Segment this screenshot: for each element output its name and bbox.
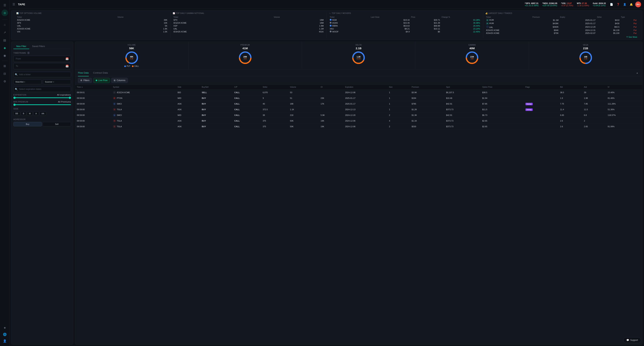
sidebar-item-globe[interactable]: 🌐 <box>2 331 8 338</box>
metric-delta-donut: 1.2B 910M <box>305 51 412 64</box>
spot-cell: $373.73 <box>444 107 480 112</box>
side-m-btn[interactable]: M <box>27 111 33 116</box>
ticker-cell: /ESH25:XCME <box>173 30 273 33</box>
tab-saved-filters[interactable]: Saved Filters <box>29 44 48 49</box>
premium-cell: $70K <box>532 32 559 35</box>
lt-th-strike: Strike <box>596 16 620 18</box>
stats-title-movers: ↑↓ TOP DAILY MOVERS <box>329 12 481 14</box>
sidebar-item-home[interactable]: ⌂ <box>2 21 8 28</box>
sidebar-item-star[interactable]: ★ <box>2 324 8 331</box>
expiration-slider-thumb-right[interactable] <box>69 97 71 99</box>
size-cell: 1 <box>387 101 410 107</box>
flow-toolbar: ⚙ Filters Live Flow ⊞ Columns <box>75 76 642 85</box>
filters-button[interactable]: ⚙ Filters <box>78 78 92 83</box>
cp-cell: CALL <box>232 124 261 129</box>
expiration-slider[interactable] <box>14 97 71 98</box>
topbar-bell-icon[interactable]: 🔔 <box>628 2 634 7</box>
th-cp: C/P <box>232 85 261 90</box>
sidebar-item-bars[interactable]: ▤ <box>2 37 8 43</box>
cp-cell: CALL <box>232 112 261 118</box>
strike-cell: 375 <box>261 124 288 129</box>
price-cell: $30.71 <box>410 18 441 21</box>
size-cell: 2 <box>387 124 410 129</box>
sidebar-item-grid[interactable]: ⊟ <box>2 70 8 77</box>
list-item: UAL1.1M <box>173 27 324 30</box>
from-date-input[interactable]: From 📅 <box>14 56 71 62</box>
watchlist-select[interactable]: Watchlist ▾ <box>14 79 42 84</box>
topbar-user-icon[interactable]: 👤 <box>622 2 627 7</box>
change-cell: 22.45% <box>441 30 481 33</box>
topbar-menu-icon[interactable]: ☰ <box>12 2 15 6</box>
trades-icon: 💰 <box>486 12 488 14</box>
th-option-price: Option Price <box>480 85 524 90</box>
ticker-cell: XAU <box>329 27 370 30</box>
min-premium-slider[interactable] <box>14 104 71 105</box>
tab-flow-data[interactable]: Flow Data <box>78 70 89 76</box>
list-item: XAU $8.21 $10.11 23.14% <box>329 27 481 30</box>
sidebar-item-person[interactable]: 👤 <box>2 338 8 344</box>
ticker-search-input[interactable] <box>14 72 71 77</box>
th-time[interactable]: Time ▼ <box>75 85 111 90</box>
tab-contract-data[interactable]: Contract Data <box>93 70 108 76</box>
live-flow-button[interactable]: Live Flow <box>93 78 110 83</box>
spx-label: ^SPX: 6097.31 <box>525 2 538 4</box>
time-sort-icon: ▼ <box>82 86 83 88</box>
premium-slider-thumb[interactable] <box>14 104 16 106</box>
see-more-link[interactable]: ▾ See More <box>486 35 638 38</box>
scanner-select[interactable]: Scanner ▾ <box>43 79 71 84</box>
support-button[interactable]: 💬 Support <box>623 337 641 343</box>
largest-trades-table: Ticker Premium Expiry Strike Type HHUM $… <box>486 16 638 35</box>
ticker-cell: XSP <box>173 24 273 27</box>
to-date-input[interactable]: To 📅 <box>14 63 71 69</box>
expiration-cell: 2024-12-13 <box>343 107 387 112</box>
timeframe-info-icon[interactable]: i <box>27 52 30 54</box>
ticker-cell: UAL <box>16 24 116 27</box>
flow-table-body: 09:59:01 //ESZ24:XCME BID SELL CALL 6,07… <box>75 90 642 129</box>
expiry-search-input[interactable] <box>14 86 71 92</box>
expiration-slider-thumb-left[interactable] <box>14 97 16 99</box>
sidebar-item-watch[interactable]: ◉ <box>2 52 8 59</box>
premium-cell: $1.3K <box>410 112 444 118</box>
side-a-btn[interactable]: A <box>33 111 39 116</box>
ticker-cell: /ESH25:XCME <box>16 27 116 30</box>
user-avatar[interactable]: 99+ <box>635 1 641 7</box>
volume-cell: 218 <box>288 112 319 118</box>
side-b-btn[interactable]: B <box>21 111 26 116</box>
strike-cell: 372.5 <box>261 107 288 112</box>
flow-table-container[interactable]: Time ▼ Symbol Side Buy/Sell C/P Strike V… <box>75 85 642 344</box>
type-cell: Put <box>620 29 637 32</box>
lt-th-ticker: Ticker <box>486 16 532 18</box>
support-icon: 💬 <box>626 339 629 342</box>
list-item: VIX1.5K <box>16 30 168 33</box>
tab-new-filter[interactable]: New Filter <box>14 44 29 49</box>
sidebar-item-tools[interactable]: ⊞ <box>2 63 8 69</box>
expiration-cell: 2024-12-20 <box>343 112 387 118</box>
volume-cell: 1.1K <box>288 107 319 112</box>
app-logo[interactable]: ◎ <box>2 9 8 16</box>
change-cell: 38.36% <box>441 21 481 24</box>
last-close-cell: $4.9 <box>370 30 410 33</box>
sidebar-item-tape[interactable]: ◈ <box>2 44 8 51</box>
th-bid: Bid <box>558 85 582 90</box>
sidebar-item-chart[interactable]: ↗ <box>2 29 8 36</box>
premium-cell: $1.2K <box>410 107 444 112</box>
side-aa-btn[interactable]: AA <box>40 111 46 116</box>
bid-cell: 2.6 <box>558 124 582 129</box>
ticker-cell: UAL <box>173 27 273 30</box>
flags-cell <box>524 124 558 129</box>
columns-button[interactable]: ⊞ Columns <box>111 78 128 83</box>
metric-delta-label: DELTA <box>305 44 412 46</box>
topbar-docs-icon[interactable]: 📄 <box>609 2 614 7</box>
flags-cell <box>524 118 558 124</box>
sidebar-item-settings[interactable]: ⚙ <box>2 78 8 85</box>
expiry-cell: 2024-12-31 <box>559 29 596 32</box>
metric-volume-label: VOLUME <box>78 44 186 46</box>
globe-icon: 🌐 <box>3 333 6 336</box>
topbar-help-icon[interactable]: ❓ <box>616 2 620 7</box>
hamburger-menu[interactable]: ☰ <box>2 2 8 8</box>
flags-cell: Sweep <box>524 101 558 107</box>
side-bb-btn[interactable]: BB <box>14 111 20 116</box>
agressor-buy-btn[interactable]: Buy <box>14 122 42 126</box>
collapse-panel-btn[interactable]: ▲ <box>635 71 640 75</box>
agressor-sell-btn[interactable]: Sell <box>42 122 71 126</box>
